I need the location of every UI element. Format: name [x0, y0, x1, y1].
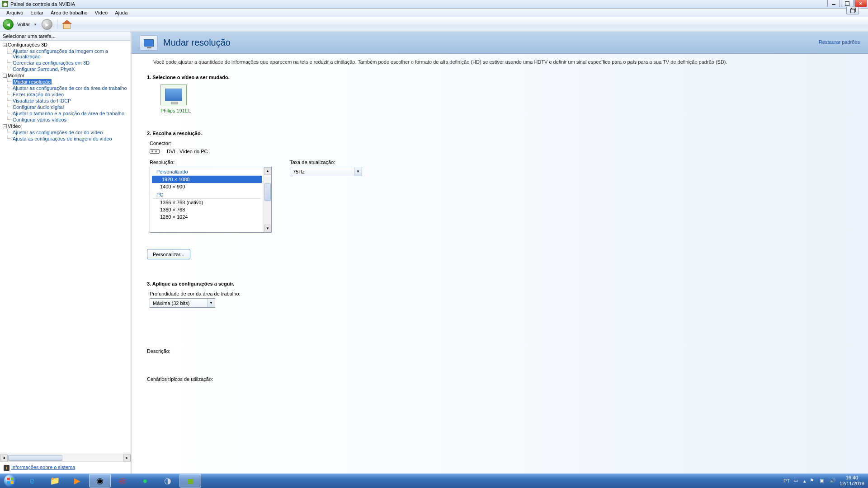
- tray-flag-icon[interactable]: ⚑: [810, 478, 816, 484]
- tree-item-manage-3d[interactable]: Gerenciar as configurações em 3D: [13, 60, 90, 66]
- menu-ajuda[interactable]: Ajuda: [111, 9, 131, 16]
- res-option-1400x900[interactable]: 1400 × 900: [150, 183, 264, 190]
- page-title: Mudar resolução: [163, 38, 231, 48]
- tray-battery-icon[interactable]: ▭: [793, 478, 800, 484]
- menu-editar[interactable]: Editar: [27, 9, 47, 16]
- intro-text: Você pode ajustar a quantidade de inform…: [147, 59, 853, 65]
- home-button[interactable]: [62, 20, 72, 29]
- back-label: Voltar: [17, 22, 30, 27]
- tray-network-icon[interactable]: ▣: [820, 478, 826, 484]
- resolution-listbox[interactable]: Personalizado 868 × 488 1400 × 900 PC …: [150, 167, 272, 233]
- back-history-dropdown[interactable]: ▼: [33, 23, 37, 27]
- res-option-1280x1024[interactable]: 1280 × 1024: [150, 213, 264, 221]
- menu-video[interactable]: Vídeo: [91, 9, 111, 16]
- monitor-icon: [165, 89, 182, 101]
- tree-item-surround-physx[interactable]: Configurar Surround, PhysX: [13, 66, 75, 72]
- tree-item-digital-audio[interactable]: Configurar áudio digital: [13, 104, 64, 110]
- res-group-custom: Personalizado: [153, 167, 261, 176]
- colordepth-label: Profundidade de cor da área de trabalho:: [150, 291, 853, 296]
- refresh-rate-value: 75Hz: [293, 169, 305, 174]
- tree-item-change-resolution[interactable]: Mudar resolução: [13, 79, 52, 84]
- taskbar-wmp[interactable]: ▶: [66, 474, 88, 488]
- chevron-down-icon: ▼: [354, 167, 362, 176]
- tree-item-video-image[interactable]: Ajusta as configurações de imagem do víd…: [13, 136, 112, 141]
- taskbar-spotify[interactable]: ●: [134, 474, 156, 488]
- tree-cat-3d[interactable]: –Configurações 3D: [1, 42, 131, 48]
- tree-item-multiple-displays[interactable]: Configurar vários vídeos: [13, 117, 66, 122]
- restore-button[interactable]: [846, 7, 859, 14]
- tree-item-desktop-color[interactable]: Ajustar as configurações de cor da área …: [13, 85, 127, 91]
- step2-label: 2. Escolha a resolução.: [147, 131, 853, 136]
- nvidia-logo-icon: ⬤: [2, 1, 8, 7]
- minimize-button[interactable]: [827, 0, 840, 7]
- tree-cat-video[interactable]: –Vídeo: [1, 123, 131, 129]
- info-icon: i: [4, 465, 9, 471]
- tree-item-rotate-display[interactable]: Fazer rotação do vídeo: [13, 92, 64, 97]
- refresh-label: Taxa de atualização:: [290, 160, 362, 165]
- tray-chevron-up-icon[interactable]: ▴: [803, 478, 806, 484]
- nav-toolbar: ◄ Voltar ▼ ►: [0, 17, 868, 32]
- windows-taskbar[interactable]: e 📁 ▶ ◉ ◎ ● ◑ ▥ PT ▭ ▴ ⚑ ▣ 🔊 16:4012/11/…: [0, 474, 868, 488]
- maximize-button[interactable]: [841, 0, 854, 7]
- task-tree[interactable]: –Configurações 3D Ajustar as configuraçõ…: [0, 41, 131, 454]
- colordepth-value: Máxima (32 bits): [153, 300, 189, 306]
- taskbar-ie[interactable]: e: [21, 474, 43, 488]
- connector-label: Conector:: [150, 141, 171, 146]
- taskbar-app-red[interactable]: ◎: [112, 474, 133, 488]
- tree-item-adjust-image-3d[interactable]: Ajustar as configurações da imagem com a…: [13, 48, 108, 59]
- dvi-connector-icon: [150, 149, 160, 154]
- display-philips[interactable]: Philips 191EL: [160, 84, 191, 113]
- separator: [57, 19, 57, 29]
- system-info-link[interactable]: Informações sobre o sistema: [11, 465, 75, 470]
- res-option-1366x768[interactable]: 1366 × 768 (nativo): [150, 199, 264, 206]
- connector-value: DVI - Vídeo do PC: [167, 149, 208, 154]
- chevron-down-icon: ▼: [207, 299, 215, 307]
- sidebar-hscrollbar[interactable]: ◄►: [0, 454, 131, 461]
- window-titlebar: ⬤ Painel de controle da NVIDIA: [0, 0, 868, 9]
- system-tray[interactable]: PT ▭ ▴ ⚑ ▣ 🔊 16:4012/11/2019: [783, 475, 868, 487]
- step1-label: 1. Selecione o vídeo a ser mudado.: [147, 75, 853, 80]
- page-header: Mudar resolução Restaurar padrões: [132, 32, 868, 54]
- display-name: Philips 191EL: [160, 108, 191, 113]
- refresh-rate-dropdown[interactable]: 75Hz ▼: [290, 167, 362, 176]
- back-button[interactable]: ◄: [3, 19, 14, 30]
- tree-item-video-color[interactable]: Ajustar as configurações de cor do vídeo: [13, 130, 103, 135]
- resolution-label: Resolução:: [150, 160, 272, 165]
- tray-lang[interactable]: PT: [783, 478, 790, 483]
- taskbar-chrome[interactable]: ◉: [89, 474, 111, 488]
- main-panel: Mudar resolução Restaurar padrões Você p…: [131, 32, 868, 474]
- menu-arquivo[interactable]: Arquivo: [3, 9, 27, 16]
- taskbar-steam[interactable]: ◑: [157, 474, 179, 488]
- sidebar-header: Selecionar uma tarefa...: [0, 32, 131, 41]
- res-option-868x488[interactable]: 868 × 488: [152, 176, 262, 183]
- taskbar-nvidia-cp[interactable]: ▥: [179, 474, 201, 488]
- scenarios-label: Cenários típicos de utilização:: [147, 376, 853, 382]
- tray-volume-icon[interactable]: 🔊: [830, 478, 836, 484]
- header-monitor-icon: [140, 35, 158, 51]
- tree-item-hdcp-status[interactable]: Visualizar status do HDCP: [13, 98, 71, 103]
- res-option-1360x768[interactable]: 1360 × 768: [150, 206, 264, 213]
- description-label: Descrição:: [147, 348, 853, 354]
- menu-bar: Arquivo Editar Área de trabalho Vídeo Aj…: [0, 9, 868, 17]
- task-sidebar: Selecionar uma tarefa... –Configurações …: [0, 32, 131, 474]
- restore-defaults-link[interactable]: Restaurar padrões: [819, 39, 860, 45]
- customize-button[interactable]: Personalizar...: [147, 249, 190, 259]
- step3-label: 3. Aplique as configurações a seguir.: [147, 281, 853, 286]
- start-button[interactable]: [0, 474, 21, 488]
- window-title: Painel de controle da NVIDIA: [10, 1, 75, 7]
- listbox-scrollbar[interactable]: ▲▼: [264, 167, 271, 232]
- forward-button[interactable]: ►: [42, 19, 52, 30]
- close-button[interactable]: [854, 0, 867, 7]
- tree-item-size-position[interactable]: Ajustar o tamanho e a posição da área de…: [13, 111, 124, 116]
- taskbar-explorer[interactable]: 📁: [44, 474, 66, 488]
- tree-cat-monitor[interactable]: –Monitor: [1, 72, 131, 79]
- tray-clock[interactable]: 16:4012/11/2019: [840, 475, 864, 487]
- colordepth-dropdown[interactable]: Máxima (32 bits) ▼: [150, 298, 215, 308]
- res-group-pc: PC: [153, 190, 261, 199]
- menu-area-trabalho[interactable]: Área de trabalho: [47, 9, 91, 16]
